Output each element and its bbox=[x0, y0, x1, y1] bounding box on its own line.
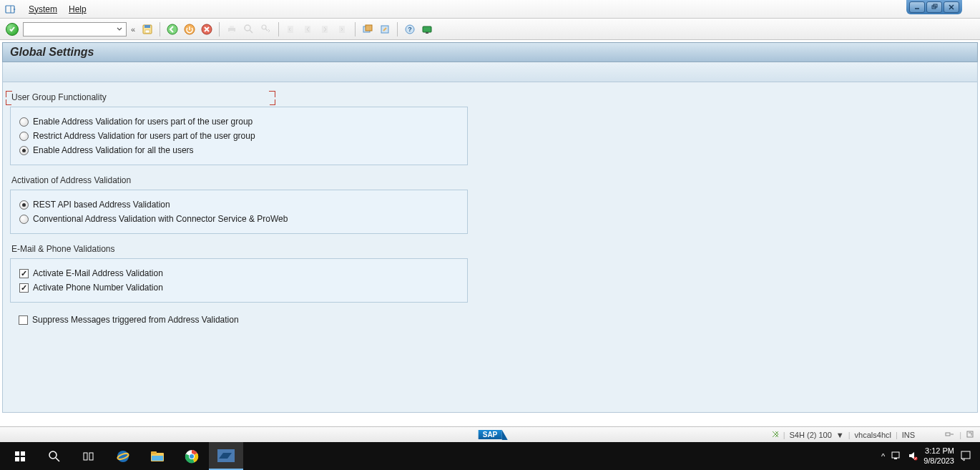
save-button[interactable] bbox=[139, 21, 155, 37]
menu-system-label: System bbox=[29, 4, 57, 14]
status-separator: | bbox=[896, 431, 898, 439]
help-button[interactable]: ? bbox=[402, 21, 418, 37]
task-view-button[interactable] bbox=[72, 442, 106, 470]
toolbar-separator bbox=[397, 22, 398, 36]
activation-panel: REST API based Address Validation Conven… bbox=[10, 190, 468, 234]
interpret-icon[interactable] bbox=[966, 430, 974, 440]
svg-rect-35 bbox=[21, 457, 25, 461]
first-page-button bbox=[283, 21, 299, 37]
svg-point-36 bbox=[49, 451, 57, 459]
app-menu-icon[interactable] bbox=[4, 3, 17, 16]
windows-taskbar: ^ 3:12 PM 9/8/2023 bbox=[0, 442, 980, 470]
tray-notifications-icon[interactable] bbox=[960, 450, 971, 463]
taskbar-explorer[interactable] bbox=[140, 442, 175, 470]
statusbar: SAP | S4H (2) 100 ▼ | vhcals4hcl | INS | bbox=[0, 426, 980, 442]
svg-text:?: ? bbox=[408, 26, 412, 33]
checkbox-icon bbox=[19, 315, 28, 325]
sap-logo-text: SAP bbox=[479, 430, 502, 439]
restore-button[interactable] bbox=[926, 1, 942, 13]
toolbar: « ? bbox=[0, 19, 980, 40]
command-field[interactable] bbox=[23, 22, 127, 36]
radio-conventional[interactable]: Conventional Address Validation with Con… bbox=[19, 212, 459, 226]
svg-rect-7 bbox=[144, 25, 150, 28]
svg-rect-38 bbox=[84, 453, 87, 460]
taskbar-ie[interactable] bbox=[106, 442, 140, 470]
checkbox-label: Suppress Messages triggered from Address… bbox=[32, 315, 239, 325]
last-page-button bbox=[335, 21, 351, 37]
svg-point-47 bbox=[190, 454, 194, 459]
back-button[interactable] bbox=[165, 21, 180, 37]
close-button[interactable] bbox=[944, 1, 959, 13]
svg-rect-5 bbox=[6, 6, 14, 13]
connection-icon[interactable] bbox=[945, 430, 955, 440]
svg-rect-34 bbox=[15, 457, 19, 461]
system-tray: ^ 3:12 PM 9/8/2023 bbox=[881, 446, 977, 465]
exit-button[interactable] bbox=[182, 21, 197, 37]
content-area: User Group Functionality Enable Address … bbox=[2, 82, 978, 413]
radio-label: Enable Address Validation for users part… bbox=[33, 117, 253, 127]
dropdown-icon[interactable]: ▼ bbox=[836, 431, 844, 439]
radio-enable-all-users[interactable]: Enable Address Validation for all the us… bbox=[19, 143, 459, 157]
command-dropdown-icon[interactable] bbox=[114, 24, 124, 34]
create-shortcut-button[interactable] bbox=[377, 21, 393, 37]
user-group-legend: User Group Functionality bbox=[10, 92, 108, 102]
radio-label: Conventional Address Validation with Con… bbox=[33, 214, 288, 224]
checkbox-email-validation[interactable]: Activate E-Mail Address Validation bbox=[19, 266, 459, 280]
svg-rect-22 bbox=[339, 26, 345, 33]
customize-layout-button[interactable] bbox=[419, 21, 435, 37]
prev-page-button bbox=[300, 21, 316, 37]
status-system[interactable]: S4H (2) 100 bbox=[790, 431, 832, 439]
menu-system[interactable]: System bbox=[23, 3, 63, 16]
print-button bbox=[224, 21, 240, 37]
abort-icon[interactable] bbox=[772, 431, 779, 439]
enter-button[interactable] bbox=[6, 23, 19, 36]
svg-rect-44 bbox=[152, 456, 163, 461]
menu-help-label: Help bbox=[69, 4, 87, 14]
tray-clock[interactable]: 3:12 PM 9/8/2023 bbox=[923, 446, 954, 465]
radio-icon bbox=[19, 200, 29, 210]
status-separator: | bbox=[848, 431, 851, 439]
search-button[interactable] bbox=[37, 442, 72, 470]
radio-rest-api[interactable]: REST API based Address Validation bbox=[19, 197, 459, 212]
taskbar-chrome[interactable] bbox=[175, 442, 209, 470]
checkbox-phone-validation[interactable]: Activate Phone Number Validation bbox=[19, 280, 459, 295]
svg-rect-21 bbox=[322, 26, 328, 33]
window-controls bbox=[906, 0, 962, 14]
status-separator: | bbox=[783, 431, 785, 439]
taskbar-sap[interactable] bbox=[209, 442, 243, 470]
new-session-button[interactable] bbox=[360, 21, 376, 37]
toolbar-separator bbox=[219, 22, 220, 36]
tray-time: 3:12 PM bbox=[923, 446, 954, 456]
start-button[interactable] bbox=[3, 442, 37, 470]
user-group-legend-text: User Group Functionality bbox=[11, 92, 107, 102]
menu-help[interactable]: Help bbox=[63, 3, 92, 16]
toolbar-separator bbox=[160, 22, 160, 36]
checkbox-label: Activate Phone Number Validation bbox=[33, 283, 163, 293]
radio-label: Enable Address Validation for all the us… bbox=[33, 145, 194, 155]
radio-icon bbox=[19, 146, 29, 155]
cancel-button[interactable] bbox=[199, 21, 215, 37]
checkbox-icon bbox=[19, 283, 29, 293]
radio-enable-user-group[interactable]: Enable Address Validation for users part… bbox=[19, 114, 459, 129]
radio-icon bbox=[19, 132, 29, 141]
svg-rect-14 bbox=[230, 31, 234, 33]
radio-restrict-user-group[interactable]: Restrict Address Validation for users pa… bbox=[19, 129, 459, 143]
tray-chevron-icon[interactable]: ^ bbox=[881, 452, 885, 461]
collapse-command-icon[interactable]: « bbox=[128, 25, 138, 34]
tray-volume-icon[interactable] bbox=[908, 451, 918, 462]
checkbox-label: Activate E-Mail Address Validation bbox=[33, 268, 163, 278]
checkbox-suppress-messages[interactable]: Suppress Messages triggered from Address… bbox=[19, 313, 970, 327]
user-group-panel: Enable Address Validation for users part… bbox=[10, 107, 468, 165]
menubar: System Help bbox=[0, 0, 980, 19]
svg-rect-29 bbox=[426, 32, 428, 34]
svg-rect-31 bbox=[967, 431, 973, 437]
status-separator: | bbox=[959, 431, 961, 439]
svg-rect-28 bbox=[423, 26, 431, 32]
application-toolbar bbox=[2, 62, 978, 82]
page-title: Global Settings bbox=[10, 46, 94, 59]
find-button bbox=[241, 21, 257, 37]
minimize-button[interactable] bbox=[909, 1, 925, 13]
svg-rect-39 bbox=[89, 453, 93, 460]
svg-point-15 bbox=[245, 25, 250, 31]
tray-network-icon[interactable] bbox=[891, 451, 902, 462]
